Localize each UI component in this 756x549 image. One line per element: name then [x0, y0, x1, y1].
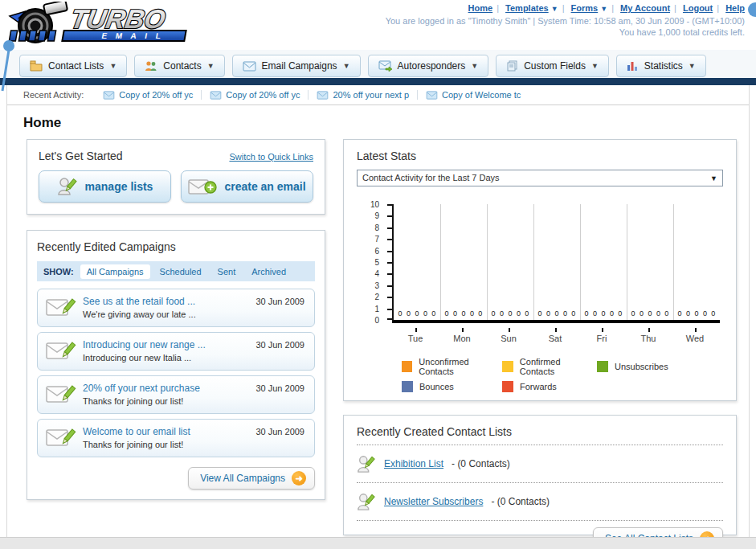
campaign-row[interactable]: Introducing our new range ... Introducin… — [37, 332, 315, 371]
contact-list-link[interactable]: Exhibition List — [384, 458, 443, 469]
nav-my-account-link[interactable]: My Account — [620, 3, 670, 13]
pages-icon — [506, 60, 518, 72]
chevron-down-icon: ▼ — [551, 5, 558, 13]
bar-value-label: 0 — [563, 309, 567, 318]
dotted-divider — [357, 520, 723, 521]
recent-activity-item[interactable]: 20% off your next p — [309, 90, 418, 100]
bar-value-label: 0 — [517, 309, 521, 318]
tab-email-campaigns[interactable]: Email Campaigns▼ — [232, 55, 361, 77]
manage-lists-button[interactable]: manage lists — [39, 170, 171, 203]
contact-list-link[interactable]: Newsletter Subscribers — [384, 496, 483, 507]
x-tick — [509, 328, 510, 332]
page-title: Home — [23, 115, 749, 131]
tab-autoresponders[interactable]: Autoresponders▼ — [368, 55, 489, 77]
campaign-row[interactable]: See us at the retail food ... We're givi… — [37, 289, 315, 327]
legend-swatch — [502, 361, 513, 372]
y-tick-label: 0 — [374, 316, 379, 325]
nav-forms-link[interactable]: Forms — [571, 3, 599, 13]
tab-label: Contacts — [163, 60, 201, 72]
y-tick — [387, 239, 394, 240]
bar-value-label: 0 — [453, 309, 457, 318]
y-tick-label: 4 — [374, 269, 379, 278]
recent-activity-bar: Recent Activity: Copy of 20% off yc Copy… — [7, 85, 749, 105]
bar-value-label: 0 — [546, 309, 550, 318]
y-tick-label: 8 — [374, 223, 379, 232]
stats-period-select[interactable]: Contact Activity for the Last 7 Days ▼ — [357, 170, 723, 186]
bar-value-label: 0 — [431, 309, 435, 318]
filter-all-campaigns[interactable]: All Campaigns — [80, 264, 150, 279]
contact-list-row[interactable]: Exhibition List - (0 Contacts) — [357, 452, 723, 476]
header: TURBO E M A I L Home| Templates ▼| Forms… — [0, 0, 756, 50]
bar-value-label: 0 — [664, 309, 668, 318]
campaign-subtitle: Thanks for joining our list! — [83, 396, 306, 406]
campaign-subtitle: We're giving away our late ... — [83, 309, 306, 319]
filter-scheduled[interactable]: Scheduled — [153, 264, 208, 279]
recent-activity-item[interactable]: Copy of Welcome tc — [418, 90, 529, 100]
bar-value-label: 0 — [461, 309, 465, 318]
campaign-row[interactable]: 20% off your next purchase Thanks for jo… — [37, 375, 315, 414]
nav-logout-link[interactable]: Logout — [683, 3, 713, 13]
contact-list-row[interactable]: Newsletter Subscribers - (0 Contacts) — [357, 490, 723, 514]
contact-list-count: - (0 Contacts) — [491, 496, 550, 507]
envelope-plus-icon — [188, 177, 217, 196]
tab-label: Email Campaigns — [262, 60, 337, 72]
filter-archived[interactable]: Archived — [245, 264, 292, 279]
campaign-date: 30 Jun 2009 — [255, 427, 304, 436]
recent-contact-lists-panel: Recently Created Contact Lists Exhibitio… — [343, 415, 737, 535]
tab-label: Custom Fields — [524, 60, 586, 72]
svg-text:E M A I L: E M A I L — [101, 31, 165, 40]
create-email-button[interactable]: create an email — [181, 170, 313, 203]
tab-custom-fields[interactable]: Custom Fields▼ — [496, 55, 609, 77]
footer-strip — [0, 537, 756, 549]
tab-contacts[interactable]: Contacts▼ — [134, 55, 224, 77]
tab-statistics[interactable]: Statistics▼ — [616, 55, 706, 77]
view-all-campaigns-button[interactable]: View All Campaigns ➜ — [188, 467, 315, 490]
bar-value-label: 0 — [500, 309, 504, 318]
bar-value-label: 0 — [445, 309, 449, 318]
bar-value-label: 0 — [610, 309, 614, 318]
recent-activity-item[interactable]: Copy of 20% off yc — [95, 90, 202, 100]
envelope-pencil-icon — [46, 340, 76, 364]
chevron-down-icon: ▼ — [343, 62, 350, 70]
bar-value-label: 0 — [694, 309, 698, 318]
dotted-divider — [357, 445, 723, 445]
y-tick — [387, 262, 394, 264]
chart-y-axis-labels: 012345678910 — [357, 204, 387, 323]
turbo-email-logo[interactable]: TURBO E M A I L — [5, 2, 206, 50]
chevron-down-icon: ▼ — [109, 62, 116, 70]
envelope-pencil-icon — [46, 427, 76, 451]
x-day-label: Wed — [686, 334, 704, 343]
grid-line — [580, 204, 581, 320]
nav-templates-link[interactable]: Templates — [505, 3, 549, 13]
bar-value-label: 0 — [618, 309, 622, 318]
bar-value-label: 0 — [640, 309, 644, 318]
chart-plot: 00000000000000000000000000000000000 — [392, 204, 720, 323]
nav-separator: | — [611, 3, 614, 13]
navy-divider-bar — [0, 78, 756, 85]
nav-help-link[interactable]: Help — [725, 3, 745, 13]
legend-swatch — [402, 361, 412, 372]
arrow-right-icon: ➜ — [292, 471, 306, 485]
y-tick-label: 10 — [370, 200, 379, 209]
envelope-pencil-icon — [46, 297, 76, 321]
tab-contact-lists[interactable]: Contact Lists▼ — [19, 55, 127, 77]
y-tick-label: 5 — [374, 258, 379, 267]
bar-value-label: 0 — [678, 309, 682, 318]
x-day-label: Thu — [641, 334, 656, 343]
switch-quick-links-link[interactable]: Switch to Quick Links — [229, 152, 313, 162]
x-tick — [602, 328, 603, 332]
chevron-down-icon: ▼ — [591, 62, 599, 70]
x-day-label: Sun — [501, 334, 517, 343]
y-tick — [387, 273, 394, 275]
bar-value-label: 0 — [711, 309, 715, 318]
bar-value-label: 0 — [554, 309, 558, 318]
x-day-label: Sat — [549, 334, 562, 343]
recent-activity-item[interactable]: Copy of 20% off yc — [202, 90, 309, 100]
tab-label: Contact Lists — [48, 60, 104, 72]
bar-value-label: 0 — [703, 309, 707, 318]
envelope-icon — [317, 91, 329, 100]
filter-sent[interactable]: Sent — [211, 264, 243, 279]
y-tick — [387, 227, 394, 229]
campaign-row[interactable]: Welcome to our email list Thanks for joi… — [37, 419, 315, 457]
nav-home-link[interactable]: Home — [468, 3, 493, 13]
